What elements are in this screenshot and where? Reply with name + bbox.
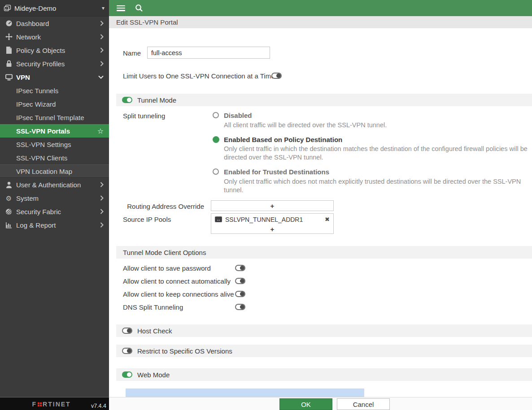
name-label: Name [123,49,141,57]
sidebar-footer: F RTINET v7.4.4 [0,397,109,410]
section-title: Tunnel Mode [137,96,176,104]
sidebar-item-system[interactable]: ⚙ System [0,191,109,205]
radio-label-trusted-destinations[interactable]: Enabled for Trusted Destinations [224,168,329,176]
radio-split-trusted-destinations[interactable] [213,168,219,175]
client-options-section-header: Tunnel Mode Client Options [116,246,532,259]
fortinet-o-grid-icon [38,402,42,406]
bar-chart-icon [4,222,14,229]
sidebar-item-ipsec-tunnels[interactable]: IPsec Tunnels [0,84,109,97]
dns-split-tunneling-label: DNS Split Tunneling [123,303,183,311]
section-title: Host Check [137,327,172,335]
chevron-right-icon [100,47,104,53]
sidebar-item-dashboard[interactable]: Dashboard [0,17,109,30]
tunnel-mode-toggle[interactable] [122,97,132,103]
sidebar-item-user-authentication[interactable]: User & Authentication [0,178,109,191]
favorite-star-icon[interactable]: ☆ [97,127,104,135]
device-name: Mideye-Demo [14,4,56,12]
form-footer: OK Cancel [109,397,532,410]
source-ip-pools-box: ↔ SSLVPN_TUNNEL_ADDR1 ✖ + [211,213,334,234]
web-mode-table-header-partial [126,388,364,397]
sidebar-item-ssl-vpn-portals[interactable]: SSL-VPN Portals ☆ [0,124,109,138]
split-tunneling-label: Split tunneling [123,112,165,120]
chevron-right-icon [100,21,104,26]
connect-automatically-label: Allow client to connect automatically [123,277,231,285]
ok-button[interactable]: OK [279,398,332,410]
sidebar-item-label: Dashboard [16,20,100,27]
cancel-button[interactable]: Cancel [337,398,390,410]
search-icon[interactable] [135,4,143,12]
source-ip-pools-label: Source IP Pools [123,216,171,223]
routing-address-add-button[interactable]: + [211,200,334,211]
caret-down-icon: ▾ [102,5,105,11]
submenu-label: SSL-VPN Settings [16,141,71,148]
source-ip-pool-add-button[interactable]: + [211,225,333,233]
fortigate-admin-window: Mideye-Demo ▾ Dashboard Network Policy &… [0,0,532,410]
host-check-toggle[interactable] [122,328,132,334]
radio-label-policy-destination[interactable]: Enabled Based on Policy Destination [224,136,342,143]
submenu-label: IPsec Wizard [16,100,56,108]
lock-icon [4,60,14,67]
sidebar-item-ipsec-tunnel-template[interactable]: IPsec Tunnel Template [0,111,109,124]
save-password-toggle[interactable] [235,265,245,271]
chevron-down-icon [98,75,104,79]
move-arrows-icon [4,33,14,40]
top-navbar [109,0,532,16]
web-mode-section-header: Web Mode [116,368,532,381]
vdom-stack-icon [4,4,11,12]
sidebar-item-vpn[interactable]: VPN [0,70,109,84]
hamburger-menu-icon[interactable] [117,5,125,11]
page-title-text: Edit SSL-VPN Portal [116,18,178,26]
limit-users-toggle[interactable] [271,73,282,79]
routing-address-override-label: Routing Address Override [123,203,204,210]
sidebar-item-security-fabric[interactable]: Security Fabric [0,205,109,218]
keep-alive-toggle[interactable] [235,291,245,297]
sidebar-item-policy-objects[interactable]: Policy & Objects [0,43,109,57]
sidebar-item-ipsec-wizard[interactable]: IPsec Wizard [0,97,109,111]
chevron-right-icon [100,222,104,228]
submenu-label: SSL-VPN Clients [16,154,67,162]
sidebar-item-log-report[interactable]: Log & Report [0,218,109,232]
device-selector[interactable]: Mideye-Demo ▾ [0,0,109,17]
firmware-version: v7.4.4 [91,403,106,409]
radio-split-policy-destination[interactable] [213,136,219,143]
fabric-disc-icon [4,208,14,215]
sidebar-item-vpn-location-map[interactable]: VPN Location Map [0,164,109,178]
source-ip-pool-entry[interactable]: ↔ SSLVPN_TUNNEL_ADDR1 ✖ [211,214,333,225]
radio-split-disabled[interactable] [213,112,219,118]
limit-users-label: Limit Users to One SSL-VPN Connection at… [123,72,275,80]
radio-desc-trusted-destinations: Only client traffic which does not match… [224,177,532,194]
section-title: Restrict to Specific OS Versions [137,347,232,355]
sidebar-item-label: User & Authentication [16,181,100,189]
chevron-right-icon [100,209,104,214]
submenu-label: IPsec Tunnels [16,87,58,95]
save-password-label: Allow client to save password [123,264,211,272]
sidebar-item-security-profiles[interactable]: Security Profiles [0,57,109,70]
user-icon [4,181,14,188]
dns-split-tunneling-toggle[interactable] [235,304,245,310]
connect-automatically-toggle[interactable] [235,278,245,284]
pool-entry-name: SSLVPN_TUNNEL_ADDR1 [225,216,303,223]
radio-desc-disabled: All client traffic will be directed over… [224,121,532,129]
sidebar-item-ssl-vpn-clients[interactable]: SSL-VPN Clients [0,151,109,164]
gauge-icon [4,20,14,27]
chevron-right-icon [100,34,104,39]
logo-text: RTINET [43,401,71,408]
submenu-label: IPsec Tunnel Template [16,114,84,121]
radio-label-disabled[interactable]: Disabled [224,112,252,119]
document-icon [4,47,14,54]
logo-text: F [32,401,37,408]
ip-range-icon: ↔ [215,216,222,222]
submenu-label: SSL-VPN Portals [16,127,70,135]
name-input[interactable] [147,47,270,59]
sidebar-item-ssl-vpn-settings[interactable]: SSL-VPN Settings [0,138,109,151]
web-mode-toggle[interactable] [122,371,132,378]
section-title: Tunnel Mode Client Options [123,249,206,256]
sidebar-item-label: VPN [16,73,98,81]
sidebar-item-label: System [16,194,100,202]
sidebar-item-label: Security Fabric [16,208,100,216]
gear-icon: ⚙ [4,195,14,202]
sidebar-item-network[interactable]: Network [0,30,109,43]
remove-pool-icon[interactable]: ✖ [325,216,330,223]
restrict-os-toggle[interactable] [122,348,132,354]
sidebar-item-label: Network [16,33,100,41]
